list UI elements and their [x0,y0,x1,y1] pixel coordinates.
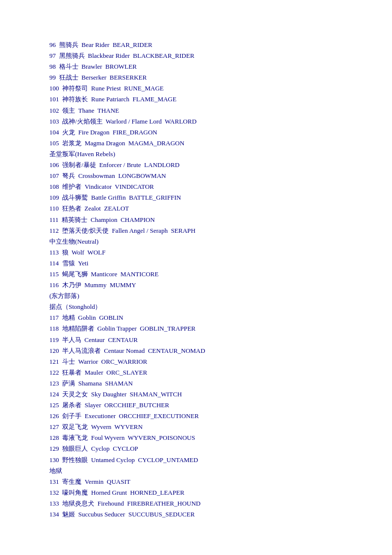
entry-line: 102 领主 Thane THANE [49,105,343,116]
entry-line: 109 战斗狮鹫 Battle Griffin BATTLE_GRIFFIN [49,192,343,203]
entry-line: 118 地精陷阱者 Goblin Trapper GOBLIN_TRAPPER [49,323,343,334]
entry-line: 117 地精 Goblin GOBLIN [49,312,343,323]
entry-line: 96 熊骑兵 Bear Rider BEAR_RIDER [49,40,343,50]
entry-line: 131 寄生魔 Vermin QUASIT [49,476,343,487]
entry-line: 134 魅姬 Succubus Seducer SUCCUBUS_SEDUCER [49,509,343,520]
entry-line: 129 独眼巨人 Cyclop CYCLOP [49,443,343,454]
entry-line: 111 精英骑士 Champion CHAMPION [49,214,343,225]
entry-line: 107 弩兵 Crossbowman LONGBOWMAN [49,171,343,181]
entry-line: 130 野性独眼 Untamed Cyclop CYCLOP_UNTAMED [49,455,343,466]
entry-line: 104 火龙 Fire Dragon FIRE_DRAGON [49,127,343,138]
entry-line: 116 木乃伊 Mummy MUMMY [49,280,343,291]
entry-line: 127 双足飞龙 Wyvern WYVERN [49,422,343,432]
entry-line: 125 屠杀者 Slayer ORCCHIEF_BUTCHER [49,400,343,411]
entry-line: 123 萨满 Shamana SHAMAN [49,378,343,389]
entry-line: 114 雪猿 Yeti [49,258,343,269]
entry-line: 121 斗士 Warrior ORC_WARRIOR [49,356,343,367]
entry-line: 97 黑熊骑兵 Blackbear Rider BLACKBEAR_RIDER [49,50,343,61]
entry-line: 133 地狱炎息犬 Firehound FIREBREATHER_HOUND [49,498,343,509]
entry-line: 122 狂暴者 Mauler ORC_SLAYER [49,367,343,378]
entry-line: 113 狼 Wolf WOLF [49,247,343,258]
entry-line: 101 神符族长 Rune Patriarch FLAME_MAGE [49,94,343,105]
entry-line: 99 狂战士 Berserker BERSERKER [49,72,343,83]
entry-line: 108 维护者 Vindicator VINDICATOR [49,181,343,192]
entry-line: 128 毒液飞龙 Foul Wyvern WYVERN_POISONOUS [49,432,343,443]
section-header: 中立生物(Neutral) [49,236,343,247]
section-header: 地狱 [49,466,343,476]
entry-line: 105 岩浆龙 Magma Dragon MAGMA_DRAGON [49,138,343,149]
entry-line: 100 神符祭司 Rune Priest RUNE_MAGE [49,83,343,94]
entry-line: 126 刽子手 Executioner ORCCHIEF_EXECUTIONER [49,411,343,422]
section-header: 圣堂叛军(Haven Rebels) [49,149,343,160]
entry-line: 124 天灵之女 Sky Daughter SHAMAN_WITCH [49,389,343,400]
section-header: (东方部落) [49,291,343,301]
entry-line: 132 嚎叫角魔 Horned Grunt HORNED_LEAPER [49,487,343,498]
entry-line: 115 蝎尾飞狮 Manticore MANTICORE [49,269,343,280]
section-header: 据点（Stonghold） [49,301,343,312]
entry-line: 120 半人马流浪者 Centaur Nomad CENTAUR_NOMAD [49,345,343,356]
entry-line: 112 堕落天使/炽天使 Fallen Angel / Seraph SERAP… [49,225,343,236]
content-area: 96 熊骑兵 Bear Rider BEAR_RIDER97 黑熊骑兵 Blac… [49,40,343,520]
entry-line: 98 格斗士 Brawler BROWLER [49,61,343,72]
entry-line: 110 狂热者 Zealot ZEALOT [49,203,343,214]
entry-line: 103 战神/火焰领主 Warlord / Flame Lord WARLORD [49,116,343,127]
entry-line: 119 半人马 Centaur CENTAUR [49,335,343,345]
entry-line: 106 强制者/暴徒 Enforcer / Brute LANDLORD [49,160,343,171]
